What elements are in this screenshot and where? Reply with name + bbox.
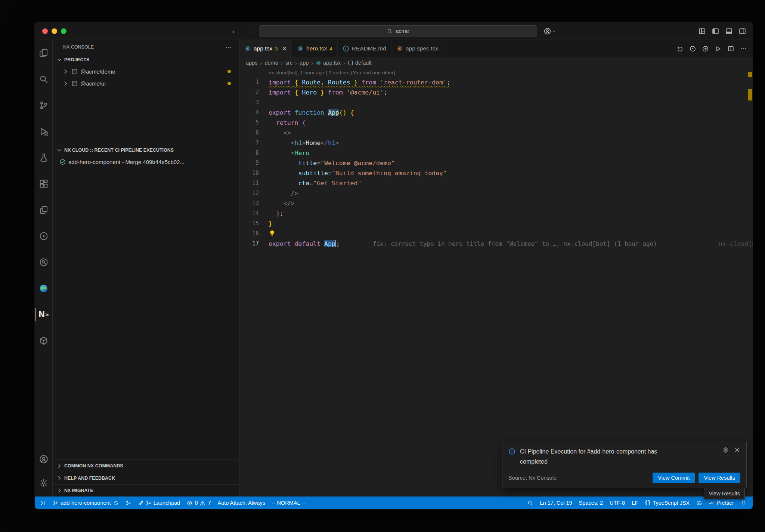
activity-live-preview[interactable] [35, 223, 53, 249]
activity-testing[interactable] [35, 145, 53, 171]
breadcrumb-src[interactable]: src [285, 60, 292, 66]
navigate-forward-icon[interactable]: → [245, 27, 252, 35]
activity-source-control[interactable] [35, 92, 53, 118]
activity-search[interactable] [35, 66, 53, 92]
braces-icon: {} [645, 500, 650, 506]
status-eol[interactable]: LF [628, 497, 641, 509]
split-editor-icon[interactable] [728, 46, 734, 52]
more-actions-icon[interactable] [740, 46, 747, 52]
status-indentation[interactable]: Spaces: 2 [576, 497, 607, 509]
activity-accounts[interactable] [35, 447, 53, 471]
status-git-branch[interactable]: add-hero-component [49, 497, 122, 509]
maximize-window-button[interactable] [61, 28, 66, 34]
activity-remote-explorer[interactable] [35, 197, 53, 223]
status-gitlens[interactable] [122, 497, 134, 509]
minimize-window-button[interactable] [52, 28, 57, 34]
code-line-16[interactable]: 16 [239, 229, 753, 239]
project-item[interactable]: @acme/ui [53, 77, 239, 89]
status-auto-attach[interactable]: Auto Attach: Always [214, 497, 269, 509]
tab-readme-md[interactable]: README.md [338, 40, 391, 57]
warning-mark [748, 89, 752, 100]
section-nx-migrate[interactable]: NX MIGRATE [53, 484, 239, 497]
code-line-2[interactable]: 2import { Hero } from '@acme/ui'; [239, 87, 753, 98]
activity-explorer[interactable] [35, 40, 53, 66]
code-line-4[interactable]: 4export function App() { [239, 108, 753, 118]
more-actions-icon[interactable] [225, 44, 232, 50]
notification-settings-icon[interactable] [722, 447, 729, 453]
line-number: 5 [239, 118, 259, 128]
breadcrumb-app[interactable]: app [300, 60, 309, 66]
section-nx-cloud[interactable]: NX CLOUD :: RECENT CI PIPELINE EXECUTION… [53, 145, 239, 156]
activity-run-debug[interactable] [35, 118, 53, 145]
breadcrumb-apps[interactable]: apps [246, 60, 257, 66]
code-line-5[interactable]: 5 return ( [239, 118, 753, 128]
section-help-and-feedback[interactable]: HELP AND FEEDBACK [53, 472, 239, 484]
target-icon[interactable] [690, 46, 696, 52]
code-line-8[interactable]: 8 <Hero [239, 148, 753, 158]
toggle-panel-icon[interactable] [725, 28, 733, 35]
code-line-15[interactable]: 15} [239, 219, 753, 229]
breadcrumb-demo[interactable]: demo [264, 60, 278, 66]
run-icon[interactable] [715, 46, 721, 52]
status-vim-mode[interactable]: -- NORMAL -- [269, 497, 309, 509]
code-line-3[interactable]: 3 [239, 98, 753, 108]
tab-hero-tsx[interactable]: hero.tsx4 [292, 40, 338, 57]
status-problems[interactable]: 07 [183, 497, 214, 509]
error-icon [187, 500, 192, 506]
view-results-button[interactable]: View Results [699, 473, 740, 483]
activity-nx-console[interactable]: N≥ [35, 301, 53, 328]
close-window-button[interactable] [42, 28, 48, 34]
code-line-6[interactable]: 6 <> [239, 128, 753, 138]
status-zoom[interactable] [524, 497, 536, 509]
status-encoding[interactable]: UTF-8 [606, 497, 628, 509]
breadcrumb-app-tsx[interactable]: app.tsx [316, 60, 341, 66]
pipeline-execution-item[interactable]: add-hero-component - Merge 409b44e5cb02.… [53, 156, 239, 168]
accounts-menu-button[interactable] [544, 28, 556, 35]
status-copilot[interactable] [693, 497, 705, 509]
circle-play-icon [39, 232, 48, 241]
lightbulb-icon[interactable] [269, 230, 276, 237]
activity-edge-tools[interactable] [35, 275, 53, 301]
toggle-sidebar-icon[interactable] [712, 28, 719, 35]
activity-nx-cloud[interactable] [35, 249, 53, 275]
project-item[interactable]: @acme/demo [53, 65, 239, 77]
activity-dependencies[interactable] [35, 328, 53, 354]
close-notification-icon[interactable] [734, 447, 740, 453]
line-number: 15 [239, 219, 259, 229]
code-line-14[interactable]: 14 ); [239, 208, 753, 219]
toggle-secondary-sidebar-icon[interactable] [739, 28, 746, 35]
chev-down-icon [56, 147, 62, 153]
customize-layout-icon[interactable] [699, 28, 706, 35]
discard-icon[interactable] [677, 46, 683, 52]
code-line-17[interactable]: 17export default App;fix: correct typo i… [239, 239, 753, 249]
code-line-1[interactable]: 1import { Route, Routes } from 'react-ro… [239, 77, 753, 87]
breadcrumb-default[interactable]: default [348, 60, 372, 66]
status-language-mode[interactable]: {}TypeScript JSX [641, 497, 693, 509]
code-line-12[interactable]: 12 /> [239, 188, 753, 198]
editor-actions [671, 40, 753, 57]
activity-settings[interactable] [35, 471, 53, 495]
tab-app-tsx[interactable]: app.tsx3✕ [239, 40, 292, 57]
code-line-7[interactable]: 7 <h1>Home</h1> [239, 138, 753, 148]
nav-forward-icon[interactable] [702, 46, 709, 52]
section-common-nx-commands[interactable]: COMMON NX COMMANDS [53, 460, 239, 472]
layout-controls [699, 22, 746, 40]
code-editor[interactable]: nx-cloud[bot], 1 hour ago | 2 authors (Y… [239, 68, 753, 497]
code-line-9[interactable]: 9 title="Welcome @acme/demo" [239, 158, 753, 168]
view-commit-button[interactable]: View Commit [653, 473, 695, 483]
code-line-10[interactable]: 10 subtitle="Build something amazing tod… [239, 168, 753, 178]
line-number: 7 [239, 138, 259, 148]
code-line-13[interactable]: 13 </> [239, 198, 753, 208]
section-projects[interactable]: PROJECTS [53, 54, 239, 65]
status-launchpad[interactable]: Launchpad [134, 497, 184, 509]
tab-label: hero.tsx [306, 45, 327, 52]
tab-app-spec-tsx[interactable]: app.spec.tsx [391, 40, 443, 57]
code-line-11[interactable]: 11 cta="Get Started" [239, 178, 753, 188]
close-tab-icon[interactable]: ✕ [282, 45, 287, 52]
status-remote[interactable] [37, 497, 49, 509]
activity-extensions[interactable] [35, 171, 53, 197]
vscode-window: ← → acme N≥ NX CONSOLE PROJECTS@acme/dem… [34, 22, 753, 510]
navigate-back-icon[interactable]: ← [231, 27, 238, 35]
status-cursor-position[interactable]: Ln 17, Col 19 [536, 497, 575, 509]
command-center-search[interactable]: acme [259, 25, 537, 37]
